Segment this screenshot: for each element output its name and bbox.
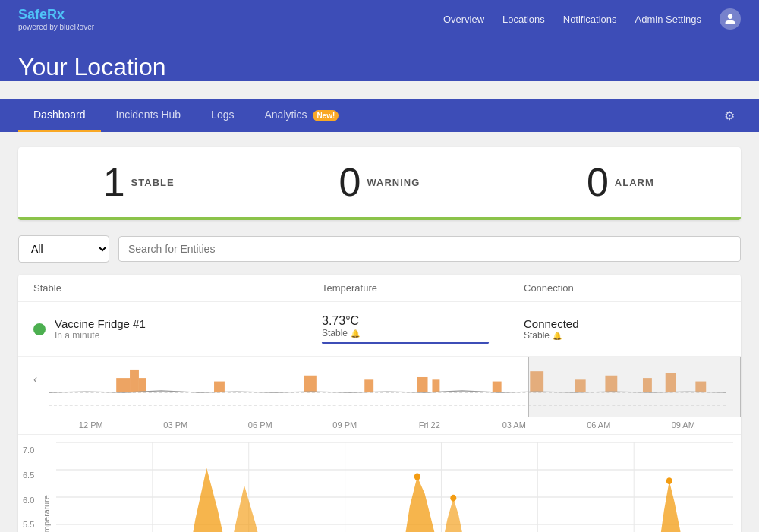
- temp-bar: [322, 342, 489, 344]
- warning-label: WARNING: [367, 177, 420, 188]
- analytics-new-badge: New!: [313, 110, 339, 121]
- time-label-6am: 06 AM: [556, 420, 641, 430]
- svg-rect-2: [116, 378, 130, 392]
- time-label-9pm: 09 PM: [303, 420, 388, 430]
- status-dot: [33, 323, 46, 335]
- brand-name: SafeRx: [18, 7, 94, 23]
- time-label-3pm: 03 PM: [134, 420, 219, 430]
- y-tick-7: 7.0: [23, 445, 34, 455]
- nav-overview[interactable]: Overview: [443, 14, 484, 25]
- time-label-9am: 09 AM: [641, 420, 726, 430]
- temp-status: Stable 🔔: [322, 328, 524, 338]
- top-nav: Overview Locations Notifications Admin S…: [443, 8, 741, 30]
- main-chart: Temperature 7.0 6.5 6.0 5.5 5.0 4.5: [18, 435, 741, 532]
- entity-text: Vaccine Fridge #1 In a minute: [55, 317, 146, 341]
- settings-icon[interactable]: ⚙: [718, 99, 741, 132]
- entity-sub: In a minute: [55, 330, 146, 341]
- svg-rect-9: [432, 379, 439, 392]
- location-banner: Your Location: [0, 38, 759, 81]
- chart-nav-left[interactable]: ‹: [33, 373, 37, 386]
- time-label-3am: 03 AM: [472, 420, 557, 430]
- nav-notifications[interactable]: Notifications: [563, 14, 617, 25]
- svg-marker-30: [184, 468, 236, 532]
- stats-card: 1 STABLE 0 WARNING 0 ALARM: [18, 147, 741, 220]
- tab-dashboard[interactable]: Dashboard: [18, 99, 101, 132]
- nav-admin-settings[interactable]: Admin Settings: [635, 14, 701, 25]
- stat-warning: 0 WARNING: [259, 162, 499, 202]
- tab-logs[interactable]: Logs: [196, 99, 249, 132]
- entity-filter-select[interactable]: All: [18, 235, 109, 263]
- svg-rect-3: [130, 370, 139, 392]
- y-axis-label: Temperature: [42, 495, 51, 532]
- col-header-name: Stable: [33, 282, 322, 294]
- user-icon[interactable]: [720, 8, 741, 30]
- tab-incidents-hub[interactable]: Incidents Hub: [101, 99, 197, 132]
- col-header-temperature: Temperature: [322, 282, 524, 294]
- svg-rect-5: [214, 382, 225, 393]
- entity-name: Vaccine Fridge #1: [55, 317, 146, 330]
- stable-label: STABLE: [131, 177, 175, 188]
- svg-rect-8: [417, 377, 428, 392]
- svg-point-35: [450, 495, 456, 502]
- temp-bell-icon: 🔔: [351, 329, 360, 338]
- svg-point-34: [414, 474, 420, 480]
- conn-bell-icon: 🔔: [553, 332, 562, 340]
- overview-chart: ‹: [18, 357, 741, 417]
- time-axis: 12 PM 03 PM 06 PM 09 PM Fri 22 03 AM 06 …: [18, 417, 741, 435]
- main-chart-svg: [56, 442, 733, 532]
- svg-rect-7: [364, 379, 373, 392]
- svg-rect-4: [139, 378, 146, 392]
- table-row[interactable]: Vaccine Fridge #1 In a minute 3.73°C Sta…: [18, 302, 741, 357]
- svg-marker-32: [395, 477, 447, 532]
- stat-alarm: 0 ALARM: [500, 162, 741, 202]
- stat-stable: 1 STABLE: [18, 162, 259, 202]
- tab-analytics[interactable]: Analytics New!: [249, 99, 354, 132]
- brand-safe: Safe: [18, 7, 47, 22]
- nav-locations[interactable]: Locations: [502, 14, 545, 25]
- brand-rx: Rx: [47, 7, 65, 22]
- main-content: 1 STABLE 0 WARNING 0 ALARM All Stable Te…: [0, 132, 759, 532]
- entity-connection: Connected Stable 🔔: [524, 317, 726, 341]
- y-ticks: 7.0 6.5 6.0 5.5 5.0 4.5: [23, 445, 34, 532]
- alarm-count: 0: [587, 162, 609, 202]
- filter-row: All: [18, 235, 741, 263]
- chart-highlight: [528, 357, 741, 417]
- time-label-6pm: 06 PM: [218, 420, 303, 430]
- logo: SafeRx powered by blueRover: [18, 7, 94, 31]
- page-title: Your Location: [18, 53, 741, 81]
- conn-value: Connected: [524, 317, 726, 330]
- svg-rect-10: [493, 382, 502, 393]
- alarm-label: ALARM: [615, 177, 654, 188]
- warning-count: 0: [339, 162, 361, 202]
- col-header-connection: Connection: [524, 282, 726, 294]
- svg-rect-6: [304, 376, 317, 392]
- brand-tagline: powered by blueRover: [18, 23, 94, 31]
- search-input[interactable]: [118, 236, 741, 262]
- time-label-fri22: Fri 22: [387, 420, 472, 430]
- y-tick-55: 5.5: [23, 520, 34, 529]
- temp-value: 3.73°C: [322, 314, 524, 328]
- entity-card: Stable Temperature Connection Vaccine Fr…: [18, 275, 741, 532]
- y-tick-65: 6.5: [23, 471, 34, 480]
- time-label-12pm: 12 PM: [49, 420, 134, 430]
- stable-count: 1: [103, 162, 125, 202]
- y-tick-6: 6.0: [23, 496, 34, 505]
- svg-point-37: [666, 477, 672, 484]
- sub-nav: Dashboard Incidents Hub Logs Analytics N…: [0, 99, 759, 132]
- svg-marker-33: [433, 498, 474, 532]
- top-header: SafeRx powered by blueRover Overview Loc…: [0, 0, 759, 38]
- conn-status: Stable 🔔: [524, 330, 726, 341]
- entity-temperature: 3.73°C Stable 🔔: [322, 314, 524, 344]
- svg-marker-31: [222, 485, 266, 532]
- entity-info: Vaccine Fridge #1 In a minute: [33, 317, 322, 341]
- entity-column-headers: Stable Temperature Connection: [18, 275, 741, 302]
